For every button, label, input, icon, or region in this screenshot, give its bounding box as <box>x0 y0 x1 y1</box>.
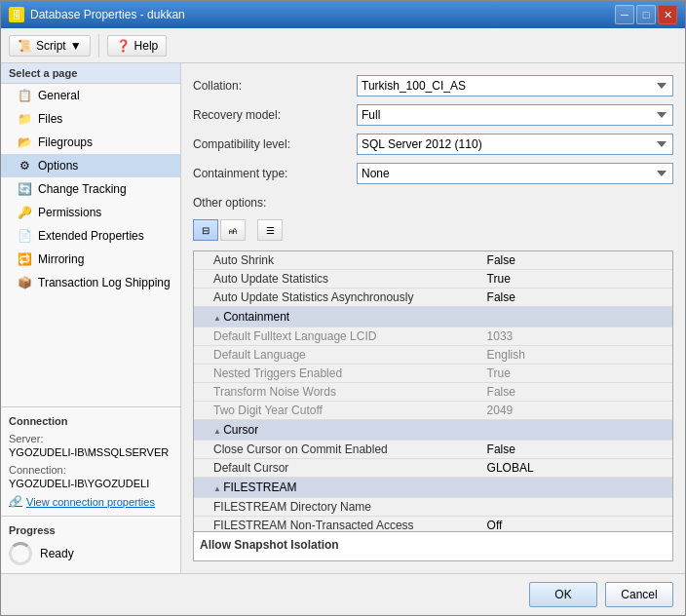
sidebar-item-transaction-log[interactable]: 📦 Transaction Log Shipping <box>1 271 180 294</box>
property-value <box>481 498 672 517</box>
sidebar-item-filegroups[interactable]: 📂 Filegroups <box>1 131 180 154</box>
help-button[interactable]: ❓ Help <box>107 35 168 57</box>
sidebar-item-label: Options <box>38 159 78 173</box>
sort-by-category-button[interactable]: ⊟ <box>193 219 218 241</box>
property-name: Auto Update Statistics <box>194 270 481 289</box>
property-name: Two Digit Year Cutoff <box>194 402 481 420</box>
script-button[interactable]: 📜 Script ▼ <box>9 35 91 57</box>
table-row[interactable]: Auto Update Statistics AsynchronouslyFal… <box>194 289 672 307</box>
help-icon: ❓ <box>116 39 131 53</box>
content-area: Select a page 📋 General 📁 Files 📂 Filegr… <box>1 63 685 573</box>
connection-section: Connection Server: YGOZUDELI-IB\MSSQLSER… <box>1 406 180 516</box>
data-table-container: Auto ShrinkFalseAuto Update StatisticsTr… <box>193 250 673 561</box>
close-button[interactable]: ✕ <box>658 5 677 24</box>
view-connection-properties-link[interactable]: 🔗 View connection properties <box>9 495 172 508</box>
window-icon: 🗄 <box>9 7 24 22</box>
collation-label: Collation: <box>193 79 349 93</box>
section-header-cell: Cursor <box>194 420 672 441</box>
table-row[interactable]: Default CursorGLOBAL <box>194 459 672 478</box>
maximize-button[interactable]: □ <box>636 5 656 24</box>
sidebar-item-label: Transaction Log Shipping <box>38 276 171 289</box>
property-name: Default Language <box>194 346 481 365</box>
property-value: GLOBAL <box>481 459 672 478</box>
table-row[interactable]: Default LanguageEnglish <box>194 346 672 365</box>
main-panel: Collation: Turkish_100_CI_AS Recovery mo… <box>181 63 685 573</box>
table-row[interactable]: Auto ShrinkFalse <box>194 251 672 270</box>
containment-select[interactable]: None Partial <box>357 163 673 184</box>
property-value: False <box>481 441 672 459</box>
options-toolbar: ⊟ 🗚 ☰ <box>193 219 673 241</box>
options-table: Auto ShrinkFalseAuto Update StatisticsTr… <box>194 251 672 531</box>
property-name: Auto Update Statistics Asynchronously <box>194 289 481 307</box>
sidebar-item-label: Permissions <box>38 206 101 219</box>
sidebar-item-files[interactable]: 📁 Files <box>1 107 180 131</box>
property-value: True <box>481 365 672 383</box>
table-row[interactable]: Close Cursor on Commit EnabledFalse <box>194 441 672 459</box>
sidebar-item-permissions[interactable]: 🔑 Permissions <box>1 201 180 224</box>
cancel-button[interactable]: Cancel <box>605 582 673 607</box>
change-tracking-icon: 🔄 <box>17 181 32 197</box>
table-row[interactable]: Two Digit Year Cutoff2049 <box>194 402 672 420</box>
table-row[interactable]: Transform Noise WordsFalse <box>194 383 672 402</box>
ok-button[interactable]: OK <box>529 582 597 607</box>
description-box: Allow Snapshot Isolation <box>194 531 672 560</box>
sidebar-item-mirroring[interactable]: 🔁 Mirroring <box>1 248 180 271</box>
collation-select[interactable]: Turkish_100_CI_AS <box>357 75 673 96</box>
toolbar-divider <box>98 34 99 58</box>
table-row[interactable]: FILESTREAM Directory Name <box>194 498 672 517</box>
title-bar-buttons: ─ □ ✕ <box>615 5 677 24</box>
sidebar-item-extended-properties[interactable]: 📄 Extended Properties <box>1 224 180 248</box>
recovery-row: Recovery model: Full Simple Bulk-logged <box>193 104 673 126</box>
compatibility-select[interactable]: SQL Server 2012 (110) SQL Server 2008 (1… <box>357 134 673 155</box>
table-row[interactable]: FILESTREAM Non-Transacted AccessOff <box>194 517 672 532</box>
filegroups-icon: 📂 <box>17 135 32 150</box>
link-icon: 🔗 <box>9 495 22 508</box>
title-bar: 🗄 Database Properties - dukkan ─ □ ✕ <box>1 1 685 28</box>
table-row[interactable]: Cursor <box>194 420 672 441</box>
sidebar-item-change-tracking[interactable]: 🔄 Change Tracking <box>1 177 180 201</box>
toolbar: 📜 Script ▼ ❓ Help <box>1 28 685 63</box>
property-name: FILESTREAM Non-Transacted Access <box>194 517 481 532</box>
property-name: FILESTREAM Directory Name <box>194 498 481 517</box>
progress-section: Progress Ready <box>1 516 180 573</box>
table-scroll[interactable]: Auto ShrinkFalseAuto Update StatisticsTr… <box>194 251 672 531</box>
sort-alphabetical-button[interactable]: 🗚 <box>220 219 246 241</box>
minimize-button[interactable]: ─ <box>615 5 634 24</box>
general-icon: 📋 <box>17 88 32 103</box>
property-value: True <box>481 270 672 289</box>
mirroring-icon: 🔁 <box>17 251 32 267</box>
window-title: Database Properties - dukkan <box>30 8 185 21</box>
recovery-select[interactable]: Full Simple Bulk-logged <box>357 104 673 126</box>
table-row[interactable]: Containment <box>194 307 672 327</box>
sidebar-item-label: General <box>38 89 80 102</box>
property-name: Auto Shrink <box>194 251 481 270</box>
properties-button[interactable]: ☰ <box>257 219 283 241</box>
table-row[interactable]: FILESTREAM <box>194 478 672 498</box>
progress-title: Progress <box>9 524 172 536</box>
connection-label: Connection: <box>9 464 172 476</box>
property-value: 1033 <box>481 327 672 346</box>
sidebar-item-label: Change Tracking <box>38 182 127 196</box>
table-row[interactable]: Default Fulltext Language LCID1033 <box>194 327 672 346</box>
progress-content: Ready <box>9 542 172 565</box>
sidebar-section-title: Select a page <box>1 63 180 84</box>
other-options-label: Other options: <box>193 196 673 210</box>
property-value: False <box>481 383 672 402</box>
sidebar-item-label: Files <box>38 112 62 126</box>
files-icon: 📁 <box>17 111 32 127</box>
table-row[interactable]: Nested Triggers EnabledTrue <box>194 365 672 383</box>
script-icon: 📜 <box>18 39 32 53</box>
sidebar-item-options[interactable]: ⚙ Options <box>1 154 180 177</box>
sidebar-item-label: Filegroups <box>38 135 93 149</box>
permissions-icon: 🔑 <box>17 205 32 220</box>
property-name: Default Fulltext Language LCID <box>194 327 481 346</box>
sidebar-item-general[interactable]: 📋 General <box>1 84 180 107</box>
table-row[interactable]: Auto Update StatisticsTrue <box>194 270 672 289</box>
footer: OK Cancel <box>1 573 685 615</box>
recovery-label: Recovery model: <box>193 108 349 122</box>
containment-label: Containment type: <box>193 167 349 180</box>
progress-spinner <box>9 542 32 565</box>
section-header-cell: FILESTREAM <box>194 478 672 498</box>
extended-properties-icon: 📄 <box>17 228 32 244</box>
server-label: Server: <box>9 433 172 444</box>
